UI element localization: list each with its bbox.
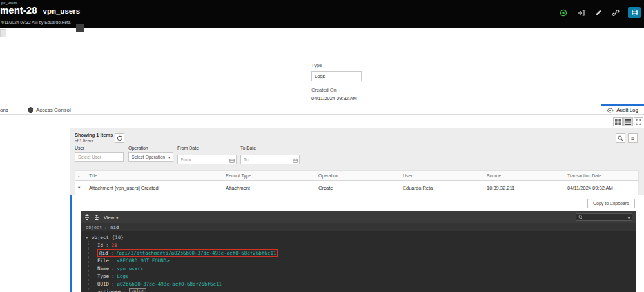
- showing-total: of 1 Items: [75, 139, 113, 143]
- json-search-input[interactable]: ▾: [576, 213, 632, 221]
- crumb-root[interactable]: object: [86, 225, 102, 230]
- view-menu-label: View: [104, 215, 114, 220]
- menu-button[interactable]: ≡: [628, 133, 638, 143]
- record-tabbar: ons Access Control Audit Log: [0, 104, 644, 115]
- from-date-filter: From Date: [177, 146, 237, 164]
- tab-partial-label: ons: [0, 107, 8, 113]
- col-transaction-date[interactable]: Transaction Date: [565, 171, 638, 180]
- json-key[interactable]: assignee: [97, 289, 121, 292]
- collapsed-panel-handle[interactable]: [0, 29, 6, 37]
- record-name: vpn_users: [43, 7, 81, 15]
- view-toggles: [613, 117, 643, 126]
- status-icon[interactable]: [558, 8, 569, 18]
- refresh-button[interactable]: [115, 133, 124, 143]
- cell-title[interactable]: Attachment [vpn_users] Created: [86, 181, 223, 195]
- col-title[interactable]: Title: [86, 171, 223, 180]
- link-icon[interactable]: [610, 8, 621, 18]
- json-value: 28: [112, 242, 117, 248]
- operation-filter-value: Select Operation: [132, 155, 165, 159]
- tab-access-control[interactable]: Access Control: [21, 104, 77, 114]
- json-key[interactable]: Name: [97, 266, 109, 271]
- items-count: Showing 1 Items of 1 Items: [75, 132, 113, 143]
- json-key[interactable]: Id: [97, 242, 103, 248]
- tab-audit-log[interactable]: Audit Log: [601, 104, 644, 114]
- json-root-key[interactable]: object: [92, 235, 109, 240]
- shield-icon: [28, 107, 34, 113]
- col-source[interactable]: Source: [484, 171, 565, 180]
- col-expander: -: [75, 171, 86, 180]
- expanded-row-detail: Copy to Clipboard View ▾: [70, 195, 644, 292]
- crumb-arrow-icon: ►: [105, 226, 107, 229]
- title-row: ment-28 vpn_users: [0, 5, 80, 15]
- colon: :: [112, 258, 115, 264]
- audit-table: - Title Record Type Operation User Sourc…: [75, 170, 639, 195]
- chevron-down-icon: ▾: [116, 215, 118, 220]
- json-key[interactable]: Type: [97, 273, 109, 279]
- search-button[interactable]: [616, 133, 625, 143]
- calendar-icon[interactable]: [229, 154, 235, 166]
- json-field-type: Type:Logs: [97, 272, 636, 280]
- crumb-leaf[interactable]: @id: [111, 225, 119, 230]
- grid-view-button[interactable]: [613, 117, 623, 126]
- to-date-input[interactable]: [240, 155, 300, 164]
- from-date-label: From Date: [177, 146, 237, 150]
- view-menu[interactable]: View ▾: [104, 215, 118, 220]
- json-breadcrumb: object ► @id: [81, 223, 636, 231]
- user-filter-label: User: [75, 146, 124, 150]
- table-row[interactable]: ▾ Attachment [vpn_users] Created Attachm…: [75, 181, 639, 195]
- json-root-row: ▼ object {10}: [86, 233, 636, 241]
- audit-filters: User Operation Select Operation ▾ From D…: [75, 146, 300, 164]
- json-tree: ▼ object {10} Id:28 @id:/api/3/attachmen…: [81, 231, 636, 292]
- calendar-icon[interactable]: [293, 154, 298, 166]
- json-view-icon[interactable]: [628, 7, 641, 18]
- colon: :: [112, 281, 115, 287]
- json-value: a02b6b00-37de-493c-aef0-68af26bf6c11: [117, 281, 222, 287]
- created-on-value: 04/11/2024 09:32 AM: [311, 95, 395, 101]
- copy-to-clipboard-button[interactable]: Copy to Clipboard: [587, 199, 635, 208]
- tab-audit-label: Audit Log: [616, 107, 638, 113]
- col-record-type[interactable]: Record Type: [223, 171, 316, 180]
- cell-transaction-date: 04/11/2024 09:32 AM: [565, 181, 638, 195]
- chevron-down-icon: ▾: [168, 155, 170, 159]
- eye-icon: [607, 108, 614, 113]
- json-children: Id:28 @id:/api/3/attachments/a02b6b00-37…: [88, 241, 636, 292]
- cell-source: 10.39.32.211: [484, 181, 565, 195]
- json-field-file: File:<RECORD NOT FOUND>: [97, 257, 636, 264]
- created-on-label: Created On: [311, 87, 395, 93]
- list-view-button[interactable]: [623, 117, 633, 126]
- to-date-label: To Date: [240, 146, 300, 150]
- json-root-count: {10}: [112, 235, 124, 240]
- user-filter: User: [75, 146, 124, 162]
- export-icon[interactable]: [576, 8, 586, 18]
- row-expand-caret[interactable]: ▾: [75, 181, 86, 195]
- cell-record-type: Attachment: [223, 181, 316, 195]
- json-key[interactable]: @id: [99, 250, 108, 256]
- json-value-chip: value: [129, 288, 147, 292]
- json-value: /api/3/attachments/a02b6b00-37de-493c-ae…: [116, 250, 276, 256]
- collapse-caret-icon[interactable]: ▼: [86, 235, 88, 240]
- json-key[interactable]: UUID: [97, 281, 109, 287]
- json-key[interactable]: File: [97, 258, 109, 264]
- col-user[interactable]: User: [400, 171, 484, 180]
- from-date-input[interactable]: [177, 155, 237, 164]
- json-value: Logs: [117, 273, 129, 279]
- record-avatar: [76, 24, 84, 32]
- edit-icon[interactable]: [593, 8, 603, 18]
- operation-filter: Operation Select Operation ▾: [128, 146, 173, 162]
- user-filter-input[interactable]: [75, 152, 124, 162]
- type-value: Logs: [315, 73, 325, 79]
- colon: :: [106, 242, 109, 248]
- collapse-all-icon[interactable]: [94, 214, 99, 220]
- expand-view-button[interactable]: [634, 117, 643, 126]
- audit-log-panel: Showing 1 Items of 1 Items ≡ User Operat…: [70, 128, 644, 292]
- operation-filter-select[interactable]: Select Operation ▾: [128, 152, 173, 162]
- col-operation[interactable]: Operation: [316, 171, 400, 180]
- tab-partial[interactable]: ons: [0, 104, 12, 114]
- expand-all-icon[interactable]: [84, 214, 90, 220]
- showing-count: Showing 1 Items: [75, 132, 113, 138]
- tab-access-label: Access Control: [36, 107, 71, 113]
- colon: :: [112, 273, 115, 279]
- record-details: Type Logs Created On 04/11/2024 09:32 AM: [311, 63, 395, 101]
- type-field[interactable]: Logs: [311, 71, 362, 81]
- page-title: ment-28: [0, 5, 37, 15]
